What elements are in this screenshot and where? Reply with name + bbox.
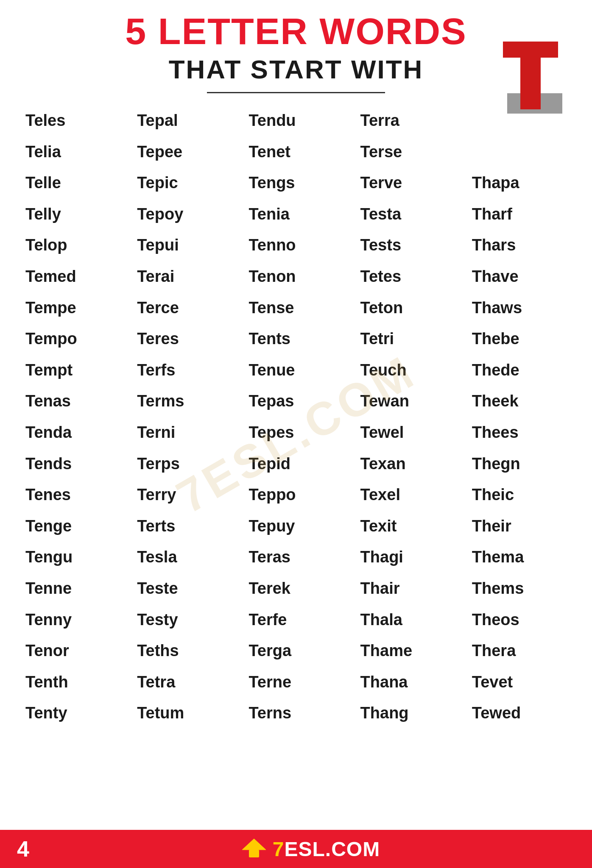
word-cell: Terne bbox=[240, 667, 352, 698]
word-cell: Tenno bbox=[240, 230, 352, 261]
page-header: 5 LETTER WORDS THAT START WITH bbox=[0, 0, 592, 93]
word-cell: Terve bbox=[352, 167, 464, 199]
word-cell: Tepuy bbox=[240, 511, 352, 542]
logo-hat-icon bbox=[241, 838, 267, 860]
word-cell: Teras bbox=[240, 542, 352, 573]
word-cell: Thame bbox=[352, 635, 464, 667]
word-cell: Thede bbox=[464, 355, 575, 386]
word-cell bbox=[464, 105, 575, 136]
word-cell: Terni bbox=[128, 417, 240, 448]
word-cell: Tense bbox=[240, 292, 352, 324]
word-cell: Thagi bbox=[352, 542, 464, 573]
word-cell: Terfe bbox=[240, 604, 352, 636]
word-cell: Tewed bbox=[464, 698, 575, 729]
word-cell: Tenue bbox=[240, 355, 352, 386]
logo-text: 7ESL.COM bbox=[273, 837, 380, 861]
word-cell: Tepee bbox=[128, 136, 240, 168]
word-cell: Tengs bbox=[240, 167, 352, 199]
word-cell: Texit bbox=[352, 511, 464, 542]
word-cell: Tetes bbox=[352, 261, 464, 292]
word-cell: Tepic bbox=[128, 167, 240, 199]
divider bbox=[207, 92, 385, 93]
logo-seven: 7 bbox=[273, 838, 285, 860]
word-cell: Terce bbox=[128, 292, 240, 324]
word-cell: Terps bbox=[128, 448, 240, 480]
word-cell: Tempt bbox=[17, 355, 128, 386]
word-cell: Telly bbox=[17, 199, 128, 230]
word-cell: Tewel bbox=[352, 417, 464, 448]
word-cell: Thang bbox=[352, 698, 464, 729]
word-cell: Terns bbox=[240, 698, 352, 729]
word-cell: Tenet bbox=[240, 136, 352, 168]
word-cell: Temed bbox=[17, 261, 128, 292]
word-cell: Tepoy bbox=[128, 199, 240, 230]
word-cell: Terms bbox=[128, 386, 240, 417]
word-cell: Tenny bbox=[17, 604, 128, 636]
word-cell: Telle bbox=[17, 167, 128, 199]
footer-logo: 7ESL.COM bbox=[241, 837, 380, 861]
word-cell: Teton bbox=[352, 292, 464, 324]
word-cell: Tenes bbox=[17, 479, 128, 511]
word-cell: Telia bbox=[17, 136, 128, 168]
words-section: TelesTepalTenduTerraTeliaTepeeTenetTerse… bbox=[0, 105, 592, 729]
words-grid: TelesTepalTenduTerraTeliaTepeeTenetTerse… bbox=[17, 105, 575, 729]
word-cell: Thebe bbox=[464, 323, 575, 355]
word-cell: Tewan bbox=[352, 386, 464, 417]
word-cell: Thema bbox=[464, 542, 575, 573]
word-cell: Texan bbox=[352, 448, 464, 480]
word-cell: Thera bbox=[464, 635, 575, 667]
word-cell: Tenas bbox=[17, 386, 128, 417]
word-cell: Terry bbox=[128, 479, 240, 511]
word-cell: Teles bbox=[17, 105, 128, 136]
word-cell: Terfs bbox=[128, 355, 240, 386]
svg-marker-0 bbox=[242, 839, 266, 850]
page-number: 4 bbox=[17, 836, 29, 862]
word-cell: Tenda bbox=[17, 417, 128, 448]
word-cell: Thaws bbox=[464, 292, 575, 324]
main-title: 5 LETTER WORDS bbox=[17, 13, 575, 50]
word-cell: Terse bbox=[352, 136, 464, 168]
word-cell: Tenon bbox=[240, 261, 352, 292]
word-cell: Testa bbox=[352, 199, 464, 230]
svg-rect-1 bbox=[249, 850, 259, 857]
word-cell: Tenor bbox=[17, 635, 128, 667]
word-cell: Terga bbox=[240, 635, 352, 667]
word-cell: Thala bbox=[352, 604, 464, 636]
word-cell: Tempe bbox=[17, 292, 128, 324]
word-cell: Theos bbox=[464, 604, 575, 636]
word-cell: Texel bbox=[352, 479, 464, 511]
word-cell: Their bbox=[464, 511, 575, 542]
word-cell: Teppo bbox=[240, 479, 352, 511]
word-cell: Thars bbox=[464, 230, 575, 261]
word-cell: Tendu bbox=[240, 105, 352, 136]
word-cell: Terts bbox=[128, 511, 240, 542]
word-cell: Tengu bbox=[17, 542, 128, 573]
word-cell: Tetri bbox=[352, 323, 464, 355]
word-cell: Tempo bbox=[17, 323, 128, 355]
word-cell: Tenty bbox=[17, 698, 128, 729]
word-cell: Thave bbox=[464, 261, 575, 292]
word-cell: Tepas bbox=[240, 386, 352, 417]
word-cell: Tharf bbox=[464, 199, 575, 230]
word-cell: Theic bbox=[464, 479, 575, 511]
word-cell: Tests bbox=[352, 230, 464, 261]
word-cell: Thana bbox=[352, 667, 464, 698]
word-cell: Tesla bbox=[128, 542, 240, 573]
word-cell: Testy bbox=[128, 604, 240, 636]
word-cell: Thems bbox=[464, 573, 575, 604]
word-cell: Thegn bbox=[464, 448, 575, 480]
word-cell: Tevet bbox=[464, 667, 575, 698]
subtitle-row: THAT START WITH bbox=[17, 54, 575, 84]
word-cell: Tenia bbox=[240, 199, 352, 230]
word-cell: Thees bbox=[464, 417, 575, 448]
word-cell: Tetra bbox=[128, 667, 240, 698]
word-cell: Tepid bbox=[240, 448, 352, 480]
word-cell: Teuch bbox=[352, 355, 464, 386]
word-cell: Tenge bbox=[17, 511, 128, 542]
word-cell: Tepui bbox=[128, 230, 240, 261]
word-cell: Teths bbox=[128, 635, 240, 667]
word-cell: Teres bbox=[128, 323, 240, 355]
logo-esl: ESL.COM bbox=[284, 838, 380, 860]
word-cell: Thair bbox=[352, 573, 464, 604]
word-cell: Thapa bbox=[464, 167, 575, 199]
